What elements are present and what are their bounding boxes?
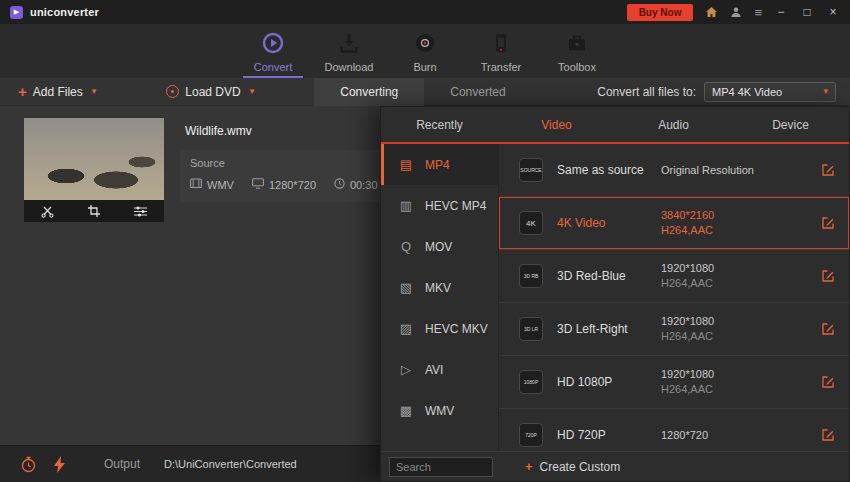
trim-icon[interactable] [41, 205, 54, 218]
tab-burn[interactable]: Burn [395, 31, 455, 78]
preset-row-3d-red-blue[interactable]: 3D RB 3D Red-Blue 1920*1080 H264,AAC [499, 250, 849, 303]
add-files-label: Add Files [33, 85, 83, 99]
output-path[interactable]: D:\UniConverter\Converted [164, 458, 297, 470]
preset-codec: H264,AAC [661, 276, 789, 291]
burn-icon [413, 31, 437, 58]
avi-format-icon: ▷ [398, 362, 414, 377]
preset-row-hd-720p[interactable]: 720P HD 720P 1280*720 [499, 409, 849, 451]
thumbnail-image[interactable] [24, 118, 164, 200]
preset-resolution: 1920*1080 [661, 367, 789, 382]
nav-label: Burn [413, 61, 436, 73]
edit-preset-icon[interactable] [821, 163, 835, 177]
convert-icon [261, 31, 285, 58]
mp4-format-icon: ▤ [398, 157, 414, 172]
tab-converted[interactable]: Converted [424, 78, 531, 106]
app-title: uniconverter [30, 6, 99, 18]
format-item-hevc-mp4[interactable]: ▥ HEVC MP4 [381, 185, 498, 226]
resolution-value: 1280*720 [269, 179, 316, 191]
panel-tab-device[interactable]: Device [732, 107, 849, 142]
convert-all-group: Convert all files to: MP4 4K Video ▾ [597, 82, 836, 102]
panel-tab-video[interactable]: Video [498, 107, 615, 142]
tab-convert[interactable]: Convert [243, 31, 303, 78]
home-icon[interactable] [705, 6, 718, 18]
mkv-format-icon: ▧ [398, 280, 414, 295]
chevron-down-icon[interactable]: ▾ [92, 87, 97, 96]
search-input[interactable] [389, 457, 493, 477]
maximize-button[interactable]: □ [800, 5, 814, 19]
preset-row-same-as-source[interactable]: SOURCE Same as source Original Resolutio… [499, 144, 849, 197]
menu-icon[interactable]: ≡ [754, 6, 762, 19]
format-item-mp4[interactable]: ▤ MP4 [381, 144, 498, 185]
source-preset-icon: SOURCE [519, 158, 543, 182]
format-panel: Recently Video Audio Device ▤ MP4 ▥ HEVC… [380, 106, 850, 482]
preset-resolution: 1280*720 [661, 428, 789, 443]
format-item-wmv[interactable]: ▩ WMV [381, 390, 498, 431]
toolbox-icon [565, 31, 589, 58]
preset-title: HD 720P [557, 428, 661, 442]
effects-sliders-icon[interactable] [134, 206, 147, 217]
download-icon [337, 31, 361, 58]
plus-icon: + [18, 84, 27, 99]
tab-converting[interactable]: Converting [314, 78, 424, 106]
load-dvd-label: Load DVD [185, 85, 240, 99]
edit-preset-icon[interactable] [821, 269, 835, 283]
add-files-button[interactable]: + Add Files ▾ [18, 84, 96, 99]
nav-label: Download [325, 61, 374, 73]
panel-body: ▤ MP4 ▥ HEVC MP4 Q MOV ▧ MKV ▨ HEVC MK [381, 144, 849, 451]
preset-row-3d-left-right[interactable]: 3D LR 3D Left-Right 1920*1080 H264,AAC [499, 303, 849, 356]
file-duration: 00:30 [334, 178, 378, 191]
720p-preset-icon: 720P [519, 423, 543, 447]
edit-preset-icon[interactable] [821, 322, 835, 336]
panel-tab-recently[interactable]: Recently [381, 107, 498, 142]
edit-preset-icon[interactable] [821, 375, 835, 389]
hevc-mp4-format-icon: ▥ [398, 198, 414, 213]
format-label: MOV [425, 240, 452, 254]
app-logo-icon: ▶ [10, 6, 23, 19]
file-name: Wildlife.wmv [185, 124, 252, 138]
tab-transfer[interactable]: Transfer [471, 31, 531, 78]
edit-preset-icon[interactable] [821, 428, 835, 442]
crop-icon[interactable] [88, 205, 100, 217]
wmv-format-icon: ▩ [398, 403, 414, 418]
minimize-button[interactable]: − [774, 5, 788, 19]
format-value: WMV [207, 179, 234, 191]
preset-resolution: 3840*2160 [661, 208, 789, 223]
titlebar-actions: Buy Now ≡ − □ × [627, 4, 840, 21]
edit-preset-icon[interactable] [821, 216, 835, 230]
format-item-hevc-mkv[interactable]: ▨ HEVC MKV [381, 308, 498, 349]
output-format-dropdown[interactable]: MP4 4K Video ▾ [704, 82, 836, 102]
buy-now-button[interactable]: Buy Now [627, 4, 694, 21]
titlebar: ▶ uniconverter Buy Now ≡ − □ × [0, 0, 850, 24]
preset-row-hd-1080p[interactable]: 1080P HD 1080P 1920*1080 H264,AAC [499, 356, 849, 409]
account-icon[interactable] [730, 6, 742, 18]
tab-toolbox[interactable]: Toolbox [547, 31, 607, 78]
panel-tabs: Recently Video Audio Device [381, 107, 849, 144]
high-speed-icon[interactable] [53, 456, 66, 473]
preset-title: 3D Left-Right [557, 322, 661, 336]
schedule-timer-icon[interactable] [20, 456, 37, 473]
video-thumbnail[interactable] [24, 118, 164, 222]
convert-all-label: Convert all files to: [597, 85, 696, 99]
nav-label: Toolbox [558, 61, 596, 73]
format-item-mkv[interactable]: ▧ MKV [381, 267, 498, 308]
format-item-mov[interactable]: Q MOV [381, 226, 498, 267]
format-label: HEVC MKV [425, 322, 488, 336]
panel-tab-audio[interactable]: Audio [615, 107, 732, 142]
create-custom-button[interactable]: + Create Custom [525, 460, 620, 474]
duration-value: 00:30 [350, 179, 378, 191]
preset-list: SOURCE Same as source Original Resolutio… [499, 144, 849, 451]
panel-footer: + Create Custom [381, 451, 849, 481]
transfer-icon [489, 31, 513, 58]
close-button[interactable]: × [826, 5, 840, 19]
app-window: ▶ uniconverter Buy Now ≡ − □ × Convert [0, 0, 850, 482]
format-item-avi[interactable]: ▷ AVI [381, 349, 498, 390]
format-list: ▤ MP4 ▥ HEVC MP4 Q MOV ▧ MKV ▨ HEVC MK [381, 144, 499, 451]
preset-codec: H264,AAC [661, 223, 789, 238]
chevron-down-icon[interactable]: ▾ [250, 87, 255, 96]
preset-resolution: Original Resolution [661, 163, 789, 178]
tab-download[interactable]: Download [319, 31, 379, 78]
preset-title: 4K Video [557, 216, 661, 230]
load-dvd-button[interactable]: Load DVD ▾ [166, 85, 254, 99]
preset-row-4k-video[interactable]: 4K 4K Video 3840*2160 H264,AAC [499, 197, 849, 250]
3d-left-right-preset-icon: 3D LR [519, 317, 543, 341]
